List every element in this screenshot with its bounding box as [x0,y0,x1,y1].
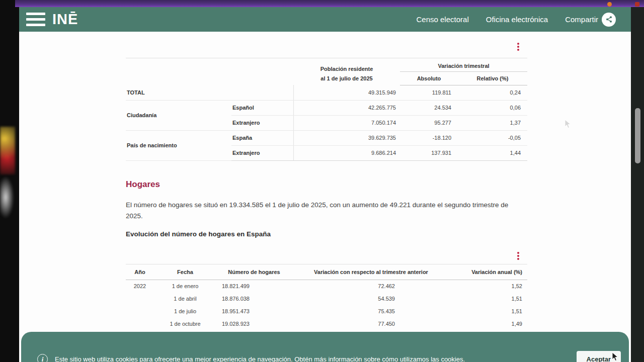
row-sublabel: Extranjero [231,115,293,130]
col-group-header-variacion: Variación trimestral [400,58,527,72]
nav-censo-electoral[interactable]: Censo electoral [417,15,469,24]
cell-poblacion: 49.315.949 [293,85,400,100]
cell-hogares: 19.028.923 [216,318,292,330]
cell-poblacion: 9.686.214 [293,145,400,160]
col-header-ano: Año [126,264,154,280]
page-content: Población residente al 1 de julio de 202… [19,32,631,362]
row-sublabel: España [231,130,293,145]
browser-chrome-bar [15,0,644,7]
cell-anual: 1,51 [450,305,527,318]
scrollbar-thumb[interactable] [635,108,640,163]
table-row: TOTAL 49.315.949 119.811 0,24 [126,85,527,100]
video-overlay-fragment [0,127,15,174]
cell-absoluto: -18.120 [400,130,458,145]
ine-logo[interactable]: INĒ [52,12,78,27]
cell-poblacion: 7.050.174 [293,115,400,130]
browser-control-icon[interactable] [635,2,639,7]
cell-poblacion: 42.265.775 [293,100,400,115]
table-options-kebab-icon-2[interactable] [515,252,522,260]
cookie-message: Este sitio web utiliza cookies para ofre… [55,355,570,362]
row-group-label: País de nacimiento [126,130,231,160]
cell-relativo: 0,06 [458,100,527,115]
col-header-num-hogares: Número de hogares [216,264,292,280]
col-header-poblacion-line1: Población residente [320,66,373,72]
cookie-banner: i Este sitio web utiliza cookies para of… [21,332,629,362]
cell-relativo: 0,24 [458,85,527,100]
col-header-fecha: Fecha [154,264,216,280]
cell-hogares: 18.821.499 [216,280,292,293]
table-options-kebab-icon[interactable] [515,43,522,51]
cell-ano [126,305,154,318]
cell-hogares: 18.951.473 [216,305,292,318]
table-row: 1 de octubre 19.028.923 77.450 1,49 [126,318,527,330]
cell-relativo: 1,44 [458,145,527,160]
cell-relativo: 1,37 [458,115,527,130]
cell-relativo: -0,05 [458,130,527,145]
hamburger-menu-icon[interactable] [26,13,45,26]
col-header-variacion-trimestre: Variación con respecto al trimestre ante… [292,264,450,280]
hogares-table: Año Fecha Número de hogares Variación co… [126,264,527,330]
site-header: INĒ Censo electoral Oficina electrónica … [19,7,631,32]
video-overlay-fragment-2 [0,176,14,219]
cell-ano [126,293,154,305]
cell-hogares: 18.876.038 [216,293,292,305]
row-sublabel: Español [231,100,293,115]
share-button[interactable]: Compartir [565,13,616,27]
blank-header-cell [126,58,293,85]
cell-variacion: 77.450 [292,318,450,330]
ine-webpage: INĒ Censo electoral Oficina electrónica … [19,7,631,362]
screen: INĒ Censo electoral Oficina electrónica … [0,0,644,362]
cell-anual: 1,51 [450,293,527,305]
col-header-poblacion-line2: al 1 de julio de 2025 [320,75,372,81]
table-row: 2022 1 de enero 18.821.499 72.462 1,52 [126,280,527,293]
cell-absoluto: 24.534 [400,100,458,115]
row-group-label: Ciudadanía [126,100,231,130]
cell-absoluto: 137.931 [400,145,458,160]
col-header-poblacion: Población residente al 1 de julio de 202… [293,58,400,85]
population-table: Población residente al 1 de julio de 202… [126,58,527,161]
mouse-cursor [612,352,618,362]
cell-fecha: 1 de abril [154,293,216,305]
cell-anual: 1,49 [450,318,527,330]
extension-icon[interactable] [607,2,612,7]
cell-absoluto: 119.811 [400,85,458,100]
share-label: Compartir [565,15,598,24]
table-row: Ciudadanía Español 42.265.775 24.534 0,0… [126,100,527,115]
cell-fecha: 1 de octubre [154,318,216,330]
table-row: País de nacimiento España 39.629.735 -18… [126,130,527,145]
cell-poblacion: 39.629.735 [293,130,400,145]
desktop-left-strip [0,0,19,362]
table-row: 1 de abril 18.876.038 54.539 1,51 [126,293,527,305]
table-row: 1 de julio 18.951.473 75.435 1,51 [126,305,527,318]
hogares-paragraph: El número de hogares se situó en 19.334.… [126,200,517,221]
window-right-edge [631,7,644,362]
col-header-absoluto: Absoluto [400,72,458,85]
cell-variacion: 54.539 [292,293,450,305]
row-sublabel: Extranjero [231,145,293,160]
cell-ano: 2022 [126,280,154,293]
section-heading-hogares: Hogares [126,179,160,190]
header-nav: Censo electoral Oficina electrónica Comp… [417,13,616,27]
cell-fecha: 1 de enero [154,280,216,293]
col-header-relativo: Relativo (%) [458,72,527,85]
cell-absoluto: 95.277 [400,115,458,130]
cell-variacion: 72.462 [292,280,450,293]
row-label: TOTAL [126,85,231,100]
cell-variacion: 75.435 [292,305,450,318]
hogares-table-title: Evolución del número de hogares en Españ… [126,230,271,238]
share-icon [602,13,616,27]
mouse-cursor-ghost [565,119,571,131]
col-header-variacion-anual: Variación anual (%) [450,264,527,280]
info-icon: i [37,354,48,362]
nav-oficina-electronica[interactable]: Oficina electrónica [486,15,548,24]
cell-anual: 1,52 [450,280,527,293]
cell-ano [126,318,154,330]
cell-fecha: 1 de julio [154,305,216,318]
